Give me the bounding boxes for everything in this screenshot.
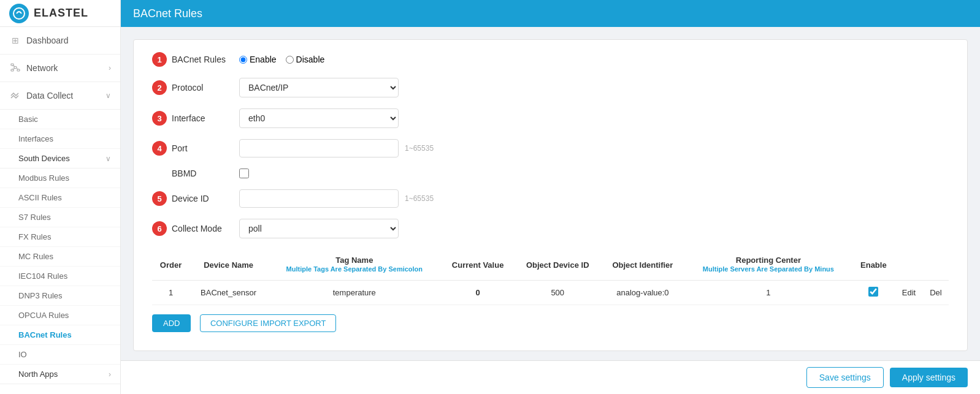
interface-row: 3 Interface eth0eth1 <box>152 108 949 128</box>
cell-object-device-id: 500 <box>515 281 601 305</box>
bottom-bar: Save settings Apply settings <box>121 360 980 394</box>
configure-button[interactable]: CONFIGURE IMPORT EXPORT <box>200 314 337 332</box>
interface-label: Interface <box>172 113 233 123</box>
interface-select[interactable]: eth0eth1 <box>239 108 399 128</box>
sidebar-north-apps[interactable]: North Apps › <box>0 365 120 384</box>
port-row: 4 Port 47808 1~65535 <box>152 139 949 157</box>
sidebar-sub-mc-rules[interactable]: MC Rules <box>0 247 120 267</box>
sidebar-south-devices[interactable]: South Devices ∨ <box>0 149 120 169</box>
svg-rect-4 <box>14 67 17 69</box>
sidebar-sub-s7-rules[interactable]: S7 Rules <box>0 208 120 227</box>
port-label: Port <box>172 143 233 153</box>
logo: ELASTEL <box>0 0 120 27</box>
table-row: 1 BACnet_sensor temperature 0 500 analog… <box>152 281 949 305</box>
chevron-down-icon: ∨ <box>105 91 111 100</box>
table-header-row: Order Device Name Tag Name Multiple Tags… <box>152 249 949 281</box>
south-devices-chevron: ∨ <box>105 154 111 163</box>
north-apps-chevron: › <box>109 370 111 379</box>
bbmd-row: BBMD <box>152 169 949 178</box>
disable-label: Disable <box>296 55 325 64</box>
bbmd-checkbox[interactable] <box>239 169 249 178</box>
cell-tag-name: temperature <box>267 281 441 305</box>
south-devices-list: Modbus RulesASCII RulesS7 RulesFX RulesM… <box>0 169 120 365</box>
step-2-badge: 2 <box>152 80 167 95</box>
port-input[interactable]: 47808 <box>239 139 399 157</box>
sidebar-sub-ascii-rules[interactable]: ASCII Rules <box>0 188 120 208</box>
sidebar: ELASTEL ⊞ Dashboard <box>0 0 121 394</box>
add-button[interactable]: ADD <box>152 314 191 332</box>
disable-radio-label[interactable]: Disable <box>286 55 325 64</box>
sidebar-sub-interfaces[interactable]: Interfaces <box>0 129 120 149</box>
step-6-badge: 6 <box>152 221 167 236</box>
protocol-row: 2 Protocol BACnet/IPBACnet/MSTP <box>152 78 949 97</box>
col-actions2 <box>923 249 949 281</box>
protocol-label: Protocol <box>172 83 233 93</box>
cell-del[interactable]: Del <box>923 281 949 305</box>
col-object-device-id: Object Device ID <box>515 249 601 281</box>
logo-icon <box>9 4 29 23</box>
step-4-badge: 4 <box>152 141 167 156</box>
sidebar-item-network[interactable]: Network › <box>0 55 120 82</box>
col-current-value: Current Value <box>441 249 514 281</box>
data-collect-icon <box>9 89 21 102</box>
enable-radio-label[interactable]: Enable <box>239 55 277 64</box>
sidebar-item-label: Network <box>26 63 58 73</box>
cell-edit[interactable]: Edit <box>895 281 923 305</box>
collect-mode-select[interactable]: pollsubscribe <box>239 219 399 238</box>
col-enable: Enable <box>852 249 895 281</box>
sidebar-item-data-collect[interactable]: Data Collect ∨ <box>0 82 120 110</box>
sidebar-sub-bacnet-rules[interactable]: BACnet Rules <box>0 325 120 345</box>
rules-table: Order Device Name Tag Name Multiple Tags… <box>152 249 949 305</box>
step-5-badge: 5 <box>152 191 167 206</box>
cell-current-value: 0 <box>441 281 514 305</box>
chevron-right-icon: › <box>109 64 111 72</box>
save-settings-button[interactable]: Save settings <box>806 367 884 388</box>
collect-mode-label: Collect Mode <box>172 224 233 233</box>
sidebar-sub-iec104-rules[interactable]: IEC104 Rules <box>0 267 120 286</box>
sidebar-sub-basic[interactable]: Basic <box>0 110 120 129</box>
svg-line-6 <box>12 69 15 70</box>
sidebar-item-dashboard[interactable]: ⊞ Dashboard <box>0 27 120 55</box>
cell-object-identifier: analog-value:0 <box>601 281 685 305</box>
dashboard-icon: ⊞ <box>9 34 21 47</box>
enable-radio[interactable] <box>239 56 247 64</box>
svg-line-5 <box>12 66 15 67</box>
device-id-input[interactable]: 10000 <box>239 189 399 208</box>
port-hint: 1~65535 <box>405 144 434 153</box>
device-id-row: 5 Device ID 10000 1~65535 <box>152 189 949 208</box>
col-object-identifier: Object Identifier <box>601 249 685 281</box>
reporting-center-sub: Multiple Servers Are Separated By Minus <box>689 265 847 274</box>
sidebar-item-label: Data Collect <box>26 91 73 100</box>
bacnet-rules-card: 1 BACnet Rules Enable Disable <box>133 39 968 351</box>
table-actions: ADD CONFIGURE IMPORT EXPORT <box>152 314 949 332</box>
apply-settings-button[interactable]: Apply settings <box>890 368 968 387</box>
bbmd-label: BBMD <box>172 169 233 178</box>
sidebar-sub-modbus-rules[interactable]: Modbus Rules <box>0 169 120 188</box>
sidebar-sub-dnp3-rules[interactable]: DNP3 Rules <box>0 286 120 306</box>
page-title: BACnet Rules <box>133 7 202 20</box>
bacnet-rules-label: BACnet Rules <box>172 55 233 64</box>
protocol-select[interactable]: BACnet/IPBACnet/MSTP <box>239 78 399 97</box>
col-order: Order <box>152 249 189 281</box>
step-1-badge: 1 <box>152 52 167 67</box>
collect-mode-row: 6 Collect Mode pollsubscribe <box>152 219 949 238</box>
tag-name-sub: Multiple Tags Are Separated By Semicolon <box>272 265 436 274</box>
cell-order: 1 <box>152 281 189 305</box>
cell-device-name: BACnet_sensor <box>189 281 267 305</box>
page-header: BACnet Rules <box>121 0 980 27</box>
step-3-badge: 3 <box>152 111 167 126</box>
col-reporting-center: Reporting Center Multiple Servers Are Se… <box>684 249 852 281</box>
col-tag-name: Tag Name Multiple Tags Are Separated By … <box>267 249 441 281</box>
sidebar-sub-io[interactable]: IO <box>0 345 120 365</box>
svg-rect-3 <box>17 69 20 71</box>
enable-disable-group: Enable Disable <box>239 55 324 64</box>
disable-radio[interactable] <box>286 56 294 64</box>
cell-enable <box>852 281 895 305</box>
cell-reporting-center: 1 <box>684 281 852 305</box>
row-enable-checkbox[interactable] <box>868 287 878 297</box>
device-id-label: Device ID <box>172 194 233 203</box>
sidebar-sub-opcua-rules[interactable]: OPCUA Rules <box>0 306 120 325</box>
sidebar-item-label: Dashboard <box>26 36 69 45</box>
bacnet-rules-row: 1 BACnet Rules Enable Disable <box>152 52 949 67</box>
sidebar-sub-fx-rules[interactable]: FX Rules <box>0 227 120 247</box>
